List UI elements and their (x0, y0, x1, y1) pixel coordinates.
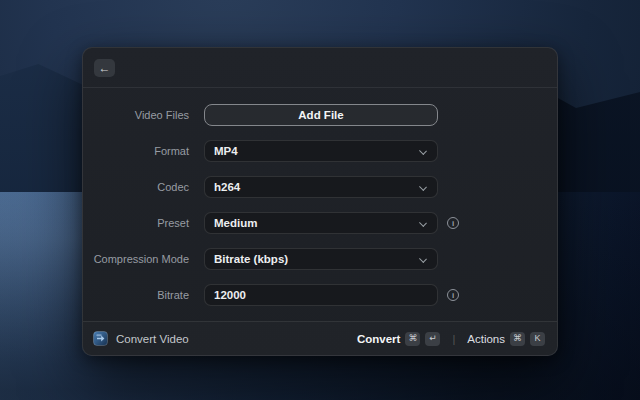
cmd-key-badge: ⌘ (405, 332, 420, 346)
back-button[interactable]: ← (94, 59, 115, 77)
compression-mode-label: Compression Mode (83, 253, 189, 265)
form-row-format: Format MP4 (83, 140, 557, 162)
form-row-video-files: Video Files Add File (83, 104, 557, 126)
convert-form: Video Files Add File Format MP4 Codec h2… (83, 88, 557, 321)
actions-menu-button[interactable]: Actions ⌘ K (465, 330, 547, 348)
return-key-badge: ↵ (425, 332, 440, 346)
chevron-down-icon (419, 183, 427, 191)
footer-actions: Convert ⌘ ↵ | Actions ⌘ K (355, 330, 547, 348)
footer-app-name: Convert Video (116, 333, 189, 345)
convert-action-button[interactable]: Convert ⌘ ↵ (355, 330, 442, 348)
window-footer: Convert Video Convert ⌘ ↵ | Actions ⌘ K (83, 321, 557, 355)
preset-value: Medium (214, 217, 257, 229)
form-row-bitrate: Bitrate i (83, 284, 557, 306)
form-row-codec: Codec h264 (83, 176, 557, 198)
window-header: ← (83, 48, 557, 88)
convert-video-window: ← Video Files Add File Format MP4 Codec … (82, 47, 558, 356)
k-key-badge: K (530, 332, 545, 346)
chevron-down-icon (419, 255, 427, 263)
preset-label: Preset (83, 217, 189, 229)
chevron-down-icon (419, 219, 427, 227)
add-file-button[interactable]: Add File (204, 104, 438, 126)
video-files-label: Video Files (83, 109, 189, 121)
form-row-compression-mode: Compression Mode Bitrate (kbps) (83, 248, 557, 270)
compression-mode-value: Bitrate (kbps) (214, 253, 288, 265)
preset-dropdown[interactable]: Medium (204, 212, 438, 234)
convert-action-label: Convert (357, 333, 400, 345)
codec-label: Codec (83, 181, 189, 193)
cmd-key-badge: ⌘ (510, 332, 525, 346)
format-dropdown[interactable]: MP4 (204, 140, 438, 162)
bitrate-info-icon[interactable]: i (447, 289, 459, 301)
bitrate-label: Bitrate (83, 289, 189, 301)
format-value: MP4 (214, 145, 238, 157)
form-row-preset: Preset Medium i (83, 212, 557, 234)
codec-dropdown[interactable]: h264 (204, 176, 438, 198)
chevron-down-icon (419, 147, 427, 155)
preset-info-icon[interactable]: i (447, 217, 459, 229)
bitrate-input[interactable] (204, 284, 438, 306)
codec-value: h264 (214, 181, 240, 193)
format-label: Format (83, 145, 189, 157)
actions-menu-label: Actions (467, 333, 505, 345)
convert-video-extension-icon (93, 331, 108, 346)
footer-extension-info: Convert Video (93, 331, 189, 346)
compression-mode-dropdown[interactable]: Bitrate (kbps) (204, 248, 438, 270)
footer-actions-divider: | (452, 333, 455, 345)
back-arrow-icon: ← (99, 62, 111, 74)
